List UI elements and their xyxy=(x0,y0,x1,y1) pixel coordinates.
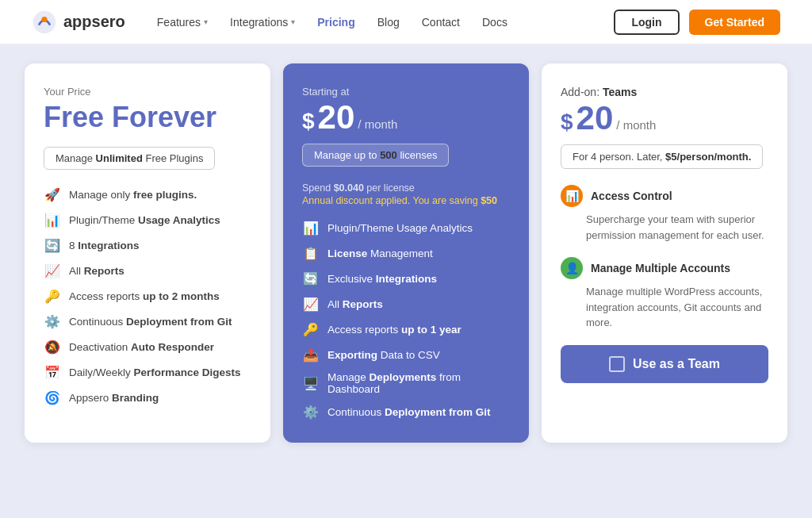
integrations-icon: 🔄 xyxy=(302,270,320,287)
nav-docs[interactable]: Docs xyxy=(482,16,508,29)
pro-spend-text: Spend $0.040 per license xyxy=(302,182,510,194)
free-feature-list: 🚀 Manage only free plugins. 📊 Plugin/The… xyxy=(44,186,251,406)
manage-accounts-desc: Manage multiple WordPress accounts, inte… xyxy=(561,284,768,331)
list-item: 🔄 Exclusive Integrations xyxy=(302,270,510,287)
login-button[interactable]: Login xyxy=(614,10,679,35)
branding-icon: 🌀 xyxy=(44,389,61,406)
list-item: 📅 Daily/Weekly Performance Digests xyxy=(44,363,251,381)
list-item: 🌀 Appsero Branding xyxy=(44,389,251,406)
list-item: 📊 Plugin/Theme Usage Analytics xyxy=(302,219,510,236)
pro-price-dollar: $ xyxy=(302,109,315,134)
use-as-team-button[interactable]: Use as a Team xyxy=(561,345,768,383)
analytics-icon: 📊 xyxy=(302,219,320,236)
analytics-icon: 📊 xyxy=(44,211,61,228)
free-plan-label: Your Price xyxy=(44,86,251,98)
nav-pricing[interactable]: Pricing xyxy=(317,16,354,29)
digest-icon: 📅 xyxy=(44,363,61,381)
nav-integrations[interactable]: Integrations ▾ xyxy=(230,16,295,29)
access-control-title: 📊 Access Control xyxy=(561,185,768,207)
teams-price-dollar: $ xyxy=(561,109,573,135)
header-actions: Login Get Started xyxy=(614,10,780,35)
list-item: 🔑 Access reports up to 1 year xyxy=(302,320,510,338)
pro-plan-badge: Manage up to 500 licenses xyxy=(302,144,449,167)
pro-plan-label: Starting at xyxy=(302,86,510,98)
pricing-section: Your Price Free Forever Manage Unlimited… xyxy=(0,44,812,462)
access-control-feature: 📊 Access Control Supercharge your team w… xyxy=(561,185,768,243)
reports-icon: 📈 xyxy=(44,262,61,279)
manage-accounts-icon: 👤 xyxy=(561,257,583,279)
list-item: 📈 All Reports xyxy=(302,295,510,313)
pro-saving-text: Annual discount applied. You are saving … xyxy=(302,195,510,206)
list-item: 📤 Exporting Data to CSV xyxy=(302,346,510,363)
list-item: 🔑 Access reports up to 2 months xyxy=(44,287,251,305)
use-as-team-label: Use as a Team xyxy=(633,357,720,371)
free-plan-badge: Manage Unlimited Free Plugins xyxy=(44,147,215,170)
nav-blog[interactable]: Blog xyxy=(377,16,400,29)
deploy-icon: ⚙️ xyxy=(44,313,61,330)
license-icon: 📋 xyxy=(302,244,320,262)
list-item: ⚙️ Continuous Deployment from Git xyxy=(302,403,510,420)
pro-price-num: 20 xyxy=(318,101,355,134)
access-control-icon: 📊 xyxy=(561,185,583,207)
list-item: 🚀 Manage only free plugins. xyxy=(44,186,251,203)
manage-accounts-title: 👤 Manage Multiple Accounts xyxy=(561,257,768,279)
manage-accounts-feature: 👤 Manage Multiple Accounts Manage multip… xyxy=(561,257,768,331)
teams-price-per: / month xyxy=(616,118,656,132)
reports-icon: 📈 xyxy=(302,295,320,313)
free-plan-price: Free Forever xyxy=(44,101,251,134)
svg-point-1 xyxy=(41,16,47,21)
pro-price-per: / month xyxy=(358,117,397,131)
nav-features[interactable]: Features ▾ xyxy=(157,16,208,29)
chevron-down-icon: ▾ xyxy=(291,17,295,26)
teams-plan-card: Add-on: Teams $ 20 / month For 4 person.… xyxy=(542,63,787,443)
chevron-down-icon: ▾ xyxy=(204,17,208,26)
main-nav: Features ▾ Integrations ▾ Pricing Blog C… xyxy=(157,16,615,29)
rocket-icon: 🚀 xyxy=(44,186,61,203)
integrations-icon: 🔄 xyxy=(44,236,61,254)
free-plan-card: Your Price Free Forever Manage Unlimited… xyxy=(25,63,270,443)
key-icon: 🔑 xyxy=(302,320,320,338)
pro-plan-card: Starting at $ 20 / month Manage up to 50… xyxy=(283,63,529,443)
pro-price-row: $ 20 / month xyxy=(302,101,510,134)
list-item: 🔄 8 Integrations xyxy=(44,236,251,254)
list-item: 🖥️ Manage Deployments from Dashboard xyxy=(302,371,510,395)
access-control-desc: Supercharge your team with superior perm… xyxy=(561,212,768,243)
deploy-dashboard-icon: 🖥️ xyxy=(302,374,320,392)
git-deploy-icon: ⚙️ xyxy=(302,403,320,420)
list-item: 📊 Plugin/Theme Usage Analytics xyxy=(44,211,251,228)
teams-badge: For 4 person. Later, $5/person/month. xyxy=(561,144,763,169)
pro-feature-list: 📊 Plugin/Theme Usage Analytics 📋 License… xyxy=(302,219,510,420)
key-icon: 🔑 xyxy=(44,287,61,305)
deactivation-icon: 🔕 xyxy=(44,338,61,355)
export-icon: 📤 xyxy=(302,346,320,363)
checkbox-icon xyxy=(609,356,625,372)
nav-contact[interactable]: Contact xyxy=(422,16,460,29)
list-item: ⚙️ Continuous Deployment from Git xyxy=(44,313,251,330)
teams-addon-label: Add-on: Teams xyxy=(561,86,768,98)
list-item: 📈 All Reports xyxy=(44,262,251,279)
logo-text: appsero xyxy=(63,13,125,31)
teams-price-num: 20 xyxy=(576,102,614,135)
list-item: 🔕 Deactivation Auto Responder xyxy=(44,338,251,355)
teams-price-row: $ 20 / month xyxy=(561,102,768,135)
get-started-button[interactable]: Get Started xyxy=(689,10,780,35)
list-item: 📋 License Management xyxy=(302,244,510,262)
logo[interactable]: appsero xyxy=(32,10,125,35)
